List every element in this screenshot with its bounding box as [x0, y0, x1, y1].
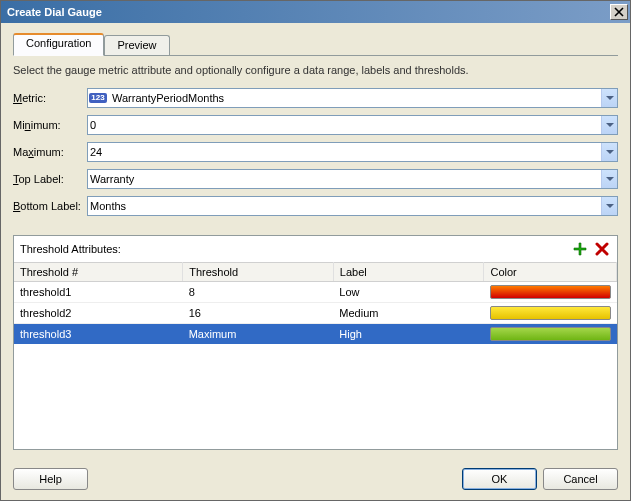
cell-threshold-value: 8	[183, 282, 334, 303]
threshold-actions	[571, 240, 611, 258]
col-threshold[interactable]: Threshold	[183, 263, 334, 282]
remove-threshold-button[interactable]	[593, 240, 611, 258]
threshold-title: Threshold Attributes:	[20, 243, 121, 255]
dropdown-arrow-icon[interactable]	[601, 116, 617, 134]
row-bottom-label: Bottom Label: Months	[13, 196, 618, 216]
close-button[interactable]	[610, 4, 628, 20]
cell-threshold-value: Maximum	[183, 324, 334, 345]
cell-threshold-label: Low	[333, 282, 484, 303]
dialog-window: Create Dial Gauge Configuration Preview …	[0, 0, 631, 501]
ok-button[interactable]: OK	[462, 468, 537, 490]
row-maximum: Maximum: 24	[13, 142, 618, 162]
minimum-combo[interactable]: 0	[87, 115, 618, 135]
label-top-label: Top Label:	[13, 173, 87, 185]
row-metric: Metric: 123 WarrantyPeriodMonths	[13, 88, 618, 108]
col-threshold-num[interactable]: Threshold #	[14, 263, 183, 282]
label-metric: Metric:	[13, 92, 87, 104]
cell-threshold-name: threshold2	[14, 303, 183, 324]
tab-configuration[interactable]: Configuration	[13, 33, 104, 56]
cell-threshold-label: Medium	[333, 303, 484, 324]
label-minimum: Minimum:	[13, 119, 87, 131]
cell-threshold-name: threshold3	[14, 324, 183, 345]
metric-value: WarrantyPeriodMonths	[110, 92, 601, 104]
cell-threshold-color	[484, 282, 617, 303]
metric-combo[interactable]: 123 WarrantyPeriodMonths	[87, 88, 618, 108]
numeric-attribute-icon: 123	[90, 90, 106, 106]
cell-threshold-name: threshold1	[14, 282, 183, 303]
dropdown-arrow-icon[interactable]	[601, 143, 617, 161]
maximum-combo[interactable]: 24	[87, 142, 618, 162]
table-row[interactable]: threshold3MaximumHigh	[14, 324, 617, 345]
instruction-text: Select the gauge metric attribute and op…	[13, 64, 618, 76]
threshold-table: Threshold # Threshold Label Color thresh…	[14, 262, 617, 344]
help-button[interactable]: Help	[13, 468, 88, 490]
bottom-label-value: Months	[88, 200, 601, 212]
window-title: Create Dial Gauge	[7, 6, 102, 18]
threshold-header: Threshold Attributes:	[14, 236, 617, 262]
label-bottom-label: Bottom Label:	[13, 200, 87, 212]
cell-threshold-color	[484, 324, 617, 345]
close-icon	[614, 7, 624, 17]
threshold-panel: Threshold Attributes: Threshold # Thresh…	[13, 235, 618, 450]
color-swatch[interactable]	[490, 285, 611, 299]
footer: Help OK Cancel	[1, 460, 630, 500]
table-row[interactable]: threshold18Low	[14, 282, 617, 303]
tab-bar: Configuration Preview	[13, 33, 618, 56]
cell-threshold-value: 16	[183, 303, 334, 324]
cell-threshold-color	[484, 303, 617, 324]
row-top-label: Top Label: Warranty	[13, 169, 618, 189]
color-swatch[interactable]	[490, 327, 611, 341]
titlebar: Create Dial Gauge	[1, 1, 630, 23]
dropdown-arrow-icon[interactable]	[601, 89, 617, 107]
footer-right: OK Cancel	[462, 468, 618, 490]
cancel-button[interactable]: Cancel	[543, 468, 618, 490]
maximum-value: 24	[88, 146, 601, 158]
row-minimum: Minimum: 0	[13, 115, 618, 135]
top-label-value: Warranty	[88, 173, 601, 185]
tab-preview[interactable]: Preview	[104, 35, 169, 55]
content-area: Configuration Preview Select the gauge m…	[1, 23, 630, 460]
col-color[interactable]: Color	[484, 263, 617, 282]
delete-icon	[595, 242, 609, 256]
minimum-value: 0	[88, 119, 601, 131]
plus-icon	[572, 241, 588, 257]
cell-threshold-label: High	[333, 324, 484, 345]
col-label[interactable]: Label	[333, 263, 484, 282]
bottom-label-combo[interactable]: Months	[87, 196, 618, 216]
dropdown-arrow-icon[interactable]	[601, 197, 617, 215]
add-threshold-button[interactable]	[571, 240, 589, 258]
dropdown-arrow-icon[interactable]	[601, 170, 617, 188]
label-maximum: Maximum:	[13, 146, 87, 158]
color-swatch[interactable]	[490, 306, 611, 320]
table-header-row: Threshold # Threshold Label Color	[14, 263, 617, 282]
table-row[interactable]: threshold216Medium	[14, 303, 617, 324]
top-label-combo[interactable]: Warranty	[87, 169, 618, 189]
